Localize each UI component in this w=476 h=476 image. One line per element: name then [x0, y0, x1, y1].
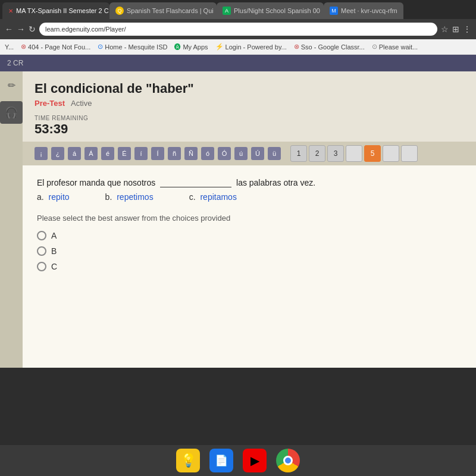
- tab-4-label: Meet · kvr-uvcq-rfm: [341, 7, 397, 14]
- tab-bar: ✕ MA TX-Spanish II Semester 2 C ✕ Q Span…: [0, 0, 476, 19]
- q-btn-3[interactable]: 3: [327, 145, 344, 162]
- bookmarks-bar: Y... ⊗ 404 - Page Not Fou... ⊙ Home - Me…: [0, 39, 476, 55]
- address-bar[interactable]: learn.edgenuity.com/Player/: [39, 23, 437, 36]
- choice-b: b. repetimos: [105, 192, 154, 202]
- radio-option-a[interactable]: A: [37, 231, 462, 240]
- bookmark-login[interactable]: ⚡ Login - Powered by...: [215, 43, 287, 51]
- char-btn-o-acute[interactable]: ó: [201, 147, 214, 160]
- radio-a-circle: [37, 231, 46, 240]
- taskbar: 💡 📄 ▶: [0, 445, 476, 476]
- refresh-icon[interactable]: ↻: [29, 24, 36, 34]
- google-keep-icon[interactable]: 💡: [176, 449, 200, 472]
- q-btn-5[interactable]: 5: [364, 145, 381, 162]
- content-area: El condicional de "haber" Pre-Test Activ…: [23, 71, 476, 368]
- char-btn-A-acute[interactable]: Á: [84, 147, 98, 160]
- bookmark-sso[interactable]: ⊗ Sso - Google Classr...: [294, 43, 365, 51]
- address-bar-row: ← → ↻ learn.edgenuity.com/Player/ ☆ ⊞ ⋮: [0, 19, 476, 39]
- radio-a-label: A: [51, 231, 57, 240]
- pencil-icon[interactable]: ✏: [4, 77, 19, 93]
- radio-c-circle: [37, 262, 46, 271]
- choice-c: c. repitamos: [189, 192, 237, 202]
- choice-b-text: repetimos: [117, 192, 153, 202]
- bookmark-please-wait[interactable]: ⊙ Please wait...: [372, 43, 418, 51]
- main-content: ✏ 🎧 El condicional de "haber" Pre-Test A…: [0, 71, 476, 368]
- q-btn-6[interactable]: [383, 145, 399, 162]
- char-btn-inverted-exclaim[interactable]: ¡: [35, 147, 48, 160]
- question-text-before: El profesor manda que nosotros: [37, 178, 155, 187]
- forward-icon[interactable]: →: [17, 24, 25, 34]
- radio-option-b[interactable]: B: [37, 246, 462, 256]
- char-btn-i-acute[interactable]: í: [134, 147, 148, 160]
- content-wrapper: ✏ 🎧 El condicional de "haber" Pre-Test A…: [0, 71, 476, 368]
- menu-icon[interactable]: ⋮: [463, 24, 471, 34]
- browser-actions: ☆ ⊞ ⋮: [441, 24, 471, 34]
- tab-3-label: Plus/Night School Spanish 00: [234, 7, 320, 14]
- choices-row: a. repito b. repetimos c. repitamos: [37, 192, 462, 202]
- time-label: TIME REMAINING: [35, 115, 464, 121]
- choice-b-letter: b.: [105, 192, 112, 202]
- instruction-text: Please select the best answer from the c…: [37, 214, 462, 223]
- char-btn-N-tilde[interactable]: Ñ: [184, 147, 198, 160]
- bookmark-404[interactable]: ⊗ 404 - Page Not Fou...: [21, 43, 90, 51]
- radio-b-label: B: [51, 246, 57, 256]
- tab-icon-ext[interactable]: ⊞: [452, 24, 459, 34]
- char-btn-O-acute[interactable]: Ó: [218, 147, 231, 160]
- bookmark-home[interactable]: ⊙ Home - Mesquite ISD: [98, 43, 167, 51]
- active-badge: Active: [71, 99, 92, 108]
- time-section: TIME REMAINING 53:39: [23, 112, 476, 142]
- radio-option-c[interactable]: C: [37, 262, 462, 271]
- answer-blank: [160, 177, 231, 187]
- tab-3[interactable]: A Plus/Night School Spanish 00: [217, 2, 324, 19]
- char-btn-E-acute[interactable]: É: [118, 147, 131, 160]
- choice-a: a. repito: [37, 192, 70, 202]
- address-text: learn.edgenuity.com/Player/: [45, 26, 126, 33]
- lesson-title: El condicional de "haber": [35, 81, 464, 96]
- char-toolbar: ¡ ¿ á Á é É í Í ñ Ñ ó Ó ú Ú ü 1 2 3: [23, 142, 476, 165]
- radio-c-label: C: [51, 262, 57, 271]
- back-icon[interactable]: ←: [5, 24, 13, 34]
- radio-b-circle: [37, 246, 46, 256]
- page-header-bar: 2 CR: [0, 55, 476, 71]
- google-docs-icon[interactable]: 📄: [209, 449, 233, 472]
- chrome-icon[interactable]: [276, 449, 300, 472]
- bookmark-y[interactable]: Y...: [5, 43, 14, 51]
- char-btn-u-acute[interactable]: ú: [234, 147, 248, 160]
- question-text: El profesor manda que nosotros las palab…: [37, 177, 462, 187]
- choice-a-text: repito: [49, 192, 70, 202]
- nav-controls: ← → ↻: [5, 24, 36, 34]
- tab-active[interactable]: ✕ MA TX-Spanish II Semester 2 C ✕: [2, 2, 109, 19]
- tab-4[interactable]: M Meet · kvr-uvcq-rfm: [324, 2, 403, 19]
- char-btn-U-acute[interactable]: Ú: [251, 147, 264, 160]
- browser-window: ✕ MA TX-Spanish II Semester 2 C ✕ Q Span…: [0, 0, 476, 55]
- tab-2[interactable]: Q Spanish Test Flashcards | Qui: [109, 2, 217, 19]
- star-icon[interactable]: ☆: [441, 24, 449, 34]
- pretest-badge: Pre-Test: [35, 99, 65, 108]
- tab-2-label: Spanish Test Flashcards | Qui: [127, 7, 214, 14]
- time-value: 53:39: [35, 121, 464, 137]
- question-nav: 1 2 3 5: [290, 145, 418, 162]
- char-btn-n-tilde[interactable]: ñ: [168, 147, 181, 160]
- left-sidebar: ✏ 🎧: [0, 71, 23, 368]
- char-btn-inverted-question[interactable]: ¿: [51, 147, 64, 160]
- bookmark-apps[interactable]: 🅐 My Apps: [174, 43, 208, 51]
- lesson-meta: Pre-Test Active: [35, 99, 464, 108]
- choice-c-text: repitamos: [200, 192, 236, 202]
- page-label: 2 CR: [7, 59, 23, 67]
- youtube-icon[interactable]: ▶: [243, 449, 267, 472]
- question-area: El profesor manda que nosotros las palab…: [23, 165, 476, 368]
- char-btn-e-acute[interactable]: é: [101, 147, 114, 160]
- char-btn-u-umlaut[interactable]: ü: [268, 147, 281, 160]
- lesson-header: El condicional de "haber" Pre-Test Activ…: [23, 71, 476, 112]
- q-btn-1[interactable]: 1: [290, 145, 307, 162]
- choice-c-letter: c.: [189, 192, 196, 202]
- char-btn-a-acute[interactable]: á: [68, 147, 81, 160]
- tab-active-label: MA TX-Spanish II Semester 2 C: [16, 7, 109, 14]
- q-btn-7[interactable]: [401, 145, 418, 162]
- headphone-icon[interactable]: 🎧: [0, 101, 23, 124]
- char-btn-I-acute[interactable]: Í: [151, 147, 164, 160]
- question-text-after: las palabras otra vez.: [236, 178, 315, 187]
- q-btn-4[interactable]: [346, 145, 362, 162]
- choice-a-letter: a.: [37, 192, 44, 202]
- q-btn-2[interactable]: 2: [309, 145, 325, 162]
